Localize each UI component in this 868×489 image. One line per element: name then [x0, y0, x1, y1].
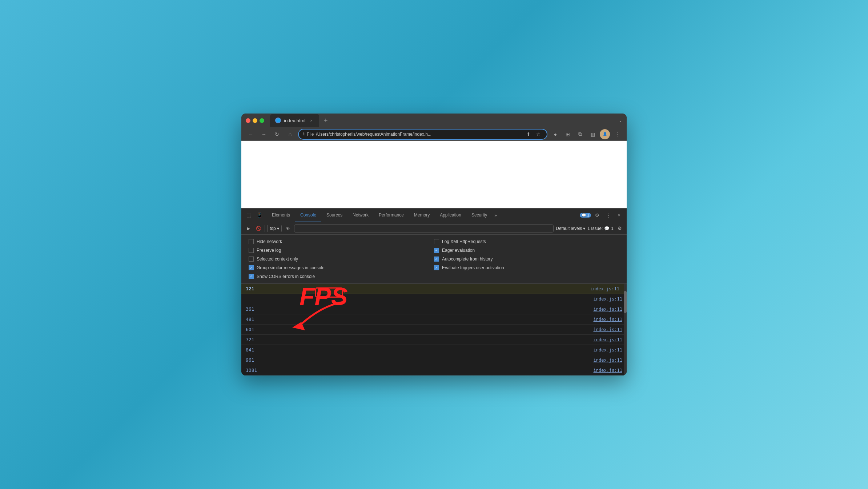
- avatar[interactable]: 👤: [600, 129, 610, 139]
- setting-group-similar[interactable]: Group similar messages in console: [249, 265, 434, 270]
- log-source-2[interactable]: index.js:11: [594, 297, 622, 302]
- log-entry-361[interactable]: 361 index.js:11: [241, 304, 627, 314]
- maximize-window-button[interactable]: [260, 118, 264, 123]
- log-entry-481[interactable]: 481 index.js:11: [241, 314, 627, 325]
- log-source-3[interactable]: index.js:11: [594, 307, 622, 312]
- home-button[interactable]: ⌂: [285, 129, 295, 139]
- tab-close-button[interactable]: ×: [308, 118, 314, 123]
- tab-network[interactable]: Network: [347, 208, 374, 222]
- device-toolbar-icon[interactable]: 📱: [255, 211, 264, 220]
- checkbox-evaluate-triggers[interactable]: [434, 265, 439, 270]
- log-entry-721[interactable]: 721 index.js:11: [241, 335, 627, 345]
- setting-log-xml[interactable]: Log XMLHttpRequests: [434, 239, 619, 244]
- devtools-close-button[interactable]: ×: [614, 211, 624, 220]
- setting-autocomplete-label: Autocomplete from history: [442, 257, 493, 262]
- log-source-9[interactable]: index.js:11: [594, 368, 622, 373]
- log-source-6[interactable]: index.js:11: [594, 337, 622, 342]
- tab-memory[interactable]: Memory: [409, 208, 435, 222]
- log-entry-601[interactable]: 601 index.js:11: [241, 325, 627, 335]
- extensions-icon[interactable]: ⧉: [575, 129, 585, 139]
- browser-tab-active[interactable]: 🌐 index.html ×: [270, 114, 319, 127]
- chevron-down-icon[interactable]: ⌄: [619, 118, 622, 123]
- minimize-window-button[interactable]: [253, 118, 257, 123]
- log-levels-dropdown[interactable]: Default levels ▾: [556, 226, 585, 231]
- inspect-element-icon[interactable]: ⬚: [244, 211, 253, 220]
- share-icon[interactable]: ⬆: [524, 130, 532, 138]
- setting-preserve-log[interactable]: Preserve log: [249, 248, 434, 253]
- profile-icon[interactable]: ●: [550, 129, 560, 139]
- tab-favicon: 🌐: [275, 118, 281, 123]
- qr-icon[interactable]: ⊞: [563, 129, 573, 139]
- checkbox-selected-context[interactable]: [249, 257, 254, 262]
- back-button[interactable]: ←: [246, 129, 256, 139]
- setting-autocomplete[interactable]: Autocomplete from history: [434, 257, 619, 262]
- new-tab-button[interactable]: +: [321, 115, 331, 126]
- log-number-361: 361: [246, 306, 268, 312]
- checkbox-show-cors[interactable]: [249, 274, 254, 279]
- settings-column-1: Hide network Preserve log Selected conte…: [249, 239, 434, 279]
- badge-icon: 💬: [582, 213, 586, 217]
- console-badge[interactable]: 💬 1: [580, 213, 591, 218]
- checkbox-group-similar[interactable]: [249, 265, 254, 270]
- page-content: [241, 141, 627, 208]
- log-source-1[interactable]: index.js:11: [591, 286, 619, 291]
- clear-console-icon[interactable]: 🚫: [254, 224, 262, 232]
- console-settings-icon[interactable]: ⚙: [616, 224, 624, 232]
- reload-button[interactable]: ↻: [272, 129, 282, 139]
- setting-eager-eval[interactable]: Eager evaluation: [434, 248, 619, 253]
- issues-indicator[interactable]: 1 Issue: 💬 1: [587, 226, 614, 231]
- badge-count: 1: [587, 213, 589, 217]
- eye-icon[interactable]: 👁: [284, 224, 292, 232]
- log-entry-highlighted[interactable]: 121 index.js:11: [241, 284, 627, 294]
- tab-sources[interactable]: Sources: [321, 208, 347, 222]
- log-entry-841[interactable]: 841 index.js:11: [241, 345, 627, 355]
- devtools-more-button[interactable]: ⋮: [603, 211, 613, 220]
- scrollbar-thumb[interactable]: [624, 291, 627, 313]
- filter-input[interactable]: [294, 224, 554, 232]
- execute-script-icon[interactable]: ▶: [244, 224, 252, 232]
- checkbox-log-xml[interactable]: [434, 239, 439, 244]
- console-scrollbar[interactable]: [624, 284, 627, 375]
- toolbar-separator: [265, 225, 265, 232]
- more-tabs-button[interactable]: »: [492, 210, 499, 221]
- log-number-841: 841: [246, 347, 268, 353]
- setting-hide-network-label: Hide network: [257, 239, 282, 244]
- sidebar-toggle-icon[interactable]: ▥: [587, 129, 598, 139]
- log-entry-2[interactable]: index.js:11: [241, 294, 627, 304]
- close-window-button[interactable]: [246, 118, 250, 123]
- log-source-4[interactable]: index.js:11: [594, 317, 622, 322]
- setting-show-cors[interactable]: Show CORS errors in console: [249, 274, 434, 279]
- checkbox-hide-network[interactable]: [249, 239, 254, 244]
- url-input[interactable]: ℹ File /Users/christopherlis/web/request…: [298, 129, 547, 140]
- forward-button[interactable]: →: [259, 129, 269, 139]
- log-source-5[interactable]: index.js:11: [594, 327, 622, 332]
- bookmark-icon[interactable]: ☆: [534, 130, 542, 138]
- setting-selected-context[interactable]: Selected context only: [249, 257, 434, 262]
- menu-icon[interactable]: ⋮: [612, 129, 622, 139]
- log-entry-1081[interactable]: 1081 index.js:11: [241, 365, 627, 375]
- levels-label: Default levels: [556, 226, 582, 231]
- checkbox-eager-eval[interactable]: [434, 248, 439, 253]
- browser-toolbar-right: ● ⊞ ⧉ ▥ 👤 ⋮: [550, 129, 622, 139]
- tab-bar: 🌐 index.html × +: [270, 114, 616, 127]
- setting-preserve-log-label: Preserve log: [257, 248, 281, 253]
- setting-evaluate-triggers[interactable]: Evaluate triggers user activation: [434, 265, 619, 270]
- tab-elements[interactable]: Elements: [267, 208, 295, 222]
- context-selector[interactable]: top ▾: [267, 225, 282, 232]
- setting-evaluate-triggers-label: Evaluate triggers user activation: [442, 265, 504, 270]
- log-source-7[interactable]: index.js:11: [594, 347, 622, 353]
- setting-hide-network[interactable]: Hide network: [249, 239, 434, 244]
- setting-selected-context-label: Selected context only: [257, 257, 298, 262]
- console-log: 121 index.js:11 index.js:11 361 index.js…: [241, 284, 627, 375]
- checkbox-autocomplete[interactable]: [434, 257, 439, 262]
- log-entry-961[interactable]: 961 index.js:11: [241, 355, 627, 365]
- devtools-settings-button[interactable]: ⚙: [592, 211, 602, 220]
- tab-security[interactable]: Security: [466, 208, 492, 222]
- checkbox-preserve-log[interactable]: [249, 248, 254, 253]
- tab-performance[interactable]: Performance: [374, 208, 409, 222]
- traffic-lights: [246, 118, 264, 123]
- tab-application[interactable]: Application: [435, 208, 466, 222]
- tab-console[interactable]: Console: [295, 208, 321, 222]
- log-source-8[interactable]: index.js:11: [594, 358, 622, 363]
- log-number-961: 961: [246, 357, 268, 363]
